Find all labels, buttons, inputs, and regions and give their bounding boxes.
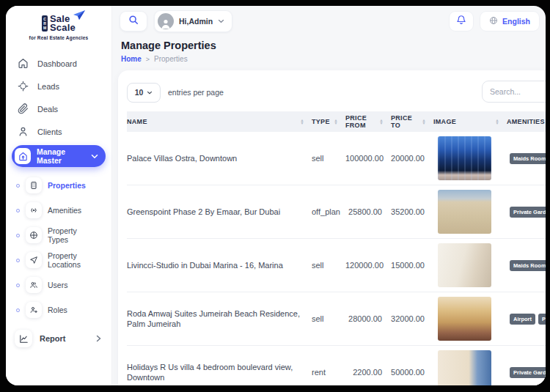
column-header-price-from[interactable]: PRICE FROM▲▼ bbox=[345, 114, 391, 129]
table-search-input[interactable] bbox=[482, 81, 546, 103]
property-type: rent bbox=[312, 368, 345, 377]
main-area: Hi,Admin English Manage Properties Hom bbox=[112, 6, 546, 385]
breadcrumb-current: Properties bbox=[154, 55, 188, 63]
target-icon bbox=[18, 81, 29, 92]
sidebar-item-leads[interactable]: Leads bbox=[6, 75, 111, 97]
sidebar-item-clients[interactable]: Clients bbox=[6, 120, 111, 143]
chevron-down-icon bbox=[218, 19, 224, 23]
amenities-cell: Airport Private Garden bbox=[507, 314, 546, 325]
property-type: sell bbox=[312, 261, 345, 270]
entries-per-page-select[interactable]: 10 bbox=[127, 83, 161, 103]
logo[interactable]: CRM Sale Scale for Real Estate Agencies bbox=[6, 12, 111, 46]
sidebar-item-report[interactable]: Report bbox=[6, 325, 111, 352]
property-name: Roda Amwaj Suites Jumeirah Beach Residen… bbox=[127, 308, 312, 329]
bullet-icon bbox=[16, 284, 20, 287]
building-icon bbox=[26, 177, 42, 193]
sort-icon: ▲▼ bbox=[334, 119, 338, 125]
column-header-price-to[interactable]: PRICE TO▲▼ bbox=[391, 114, 433, 129]
column-header-amenities[interactable]: AMENITIES bbox=[507, 118, 546, 125]
column-header-type[interactable]: TYPE▲▼ bbox=[312, 118, 345, 125]
bullet-icon bbox=[16, 234, 20, 237]
language-label: English bbox=[502, 17, 530, 26]
chevron-right-icon bbox=[96, 335, 101, 342]
property-thumbnail bbox=[438, 350, 491, 385]
page-header: Manage Properties Home > Properties bbox=[112, 32, 546, 63]
price-from: 100000.00 bbox=[345, 154, 391, 163]
price-to: 35200.00 bbox=[391, 207, 433, 216]
paper-plane-icon bbox=[73, 10, 86, 23]
sidebar-subitem-property-locations[interactable]: Property Locations bbox=[16, 248, 111, 273]
bullet-icon bbox=[16, 209, 20, 212]
sort-icon: ▲▼ bbox=[379, 119, 384, 125]
language-selector[interactable]: English bbox=[480, 11, 540, 32]
property-type: sell bbox=[312, 154, 345, 163]
price-to: 20000.00 bbox=[391, 154, 433, 163]
price-from: 28000.00 bbox=[345, 314, 391, 323]
sidebar-subitem-roles[interactable]: Roles bbox=[16, 297, 111, 322]
breadcrumb-home-link[interactable]: Home bbox=[121, 55, 142, 63]
sidebar-item-label: Clients bbox=[37, 127, 62, 136]
globe-icon bbox=[489, 15, 498, 28]
house-lock-icon bbox=[15, 148, 31, 164]
manage-master-submenu: Properties Amenities Property Types bbox=[6, 171, 111, 324]
amenities-cell: Maids Room Gym bbox=[507, 260, 546, 271]
navigation-icon bbox=[26, 252, 42, 268]
property-thumbnail bbox=[438, 243, 491, 287]
amenity-badge: Maids Room bbox=[510, 153, 546, 164]
price-to: 32000.00 bbox=[391, 314, 433, 323]
sidebar-subitem-users[interactable]: Users bbox=[16, 273, 111, 297]
sidebar-subitem-label: Property Types bbox=[48, 226, 98, 244]
sidebar-subitem-label: Roles bbox=[48, 306, 67, 314]
page-title: Manage Properties bbox=[121, 40, 546, 51]
sidebar-subitem-property-types[interactable]: Property Types bbox=[16, 223, 111, 248]
bell-icon bbox=[456, 15, 466, 28]
sidebar-nav: Dashboard Leads Deals Clients Manage Mas… bbox=[6, 46, 111, 352]
amenity-badge: Private Garden bbox=[510, 207, 546, 218]
topbar: Hi,Admin English bbox=[112, 6, 546, 32]
price-to: 15000.00 bbox=[391, 261, 433, 270]
notifications-button[interactable] bbox=[449, 11, 474, 32]
user-menu[interactable]: Hi,Admin bbox=[154, 10, 232, 32]
sidebar-subitem-label: Users bbox=[48, 281, 67, 289]
property-image-cell bbox=[433, 350, 507, 385]
chevron-down-icon bbox=[147, 91, 153, 95]
property-thumbnail bbox=[438, 297, 491, 341]
property-name: Greenspoint Phase 2 By Emaar, Bur Dubai bbox=[127, 207, 312, 217]
sidebar-subitem-amenities[interactable]: Amenities bbox=[16, 198, 111, 223]
property-name: Livincci-Studio in Dubai Marina - 16, Ma… bbox=[127, 260, 312, 270]
property-thumbnail bbox=[438, 190, 491, 234]
sidebar-item-label: Manage Master bbox=[37, 147, 85, 165]
amenity-badge: Private Garden bbox=[510, 367, 546, 378]
property-image-cell bbox=[433, 297, 507, 341]
table-row: Holidays R Us villa 4 bedroom boulevard … bbox=[127, 346, 546, 385]
sidebar-subitem-label: Properties bbox=[48, 181, 86, 190]
sidebar-item-manage-master[interactable]: Manage Master bbox=[12, 145, 106, 167]
sidebar-subitem-label: Property Locations bbox=[48, 251, 98, 269]
sort-icon: ▲▼ bbox=[495, 119, 499, 125]
amenity-badge: Private Garden bbox=[538, 314, 546, 325]
users-icon bbox=[26, 277, 42, 293]
logo-crm-badge: CRM bbox=[42, 15, 48, 32]
amenities-cell: Private Garden bbox=[507, 207, 546, 218]
table-controls: 10 entries per page bbox=[127, 82, 546, 103]
price-to: 50000.00 bbox=[391, 368, 433, 377]
property-name: Holidays R Us villa 4 bedroom boulevard … bbox=[127, 362, 312, 382]
person-icon bbox=[18, 126, 29, 137]
logo-tagline: for Real Estate Agencies bbox=[29, 35, 89, 40]
column-header-name[interactable]: NAME▲▼ bbox=[127, 118, 312, 125]
sidebar-item-dashboard[interactable]: Dashboard bbox=[6, 52, 111, 75]
sidebar-item-label: Dashboard bbox=[37, 59, 77, 68]
properties-table: NAME▲▼ TYPE▲▼ PRICE FROM▲▼ PRICE TO▲▼ IM… bbox=[127, 111, 546, 385]
property-image-cell bbox=[433, 136, 507, 180]
amenity-badge: Maids Room bbox=[510, 260, 546, 271]
column-header-image[interactable]: IMAGE▲▼ bbox=[433, 118, 507, 125]
price-from: 25800.00 bbox=[345, 207, 391, 216]
sidebar-subitem-properties[interactable]: Properties bbox=[16, 173, 111, 198]
table-row: Roda Amwaj Suites Jumeirah Beach Residen… bbox=[127, 292, 546, 346]
breadcrumb-separator: > bbox=[146, 56, 150, 63]
search-button[interactable] bbox=[120, 11, 147, 32]
signal-icon bbox=[26, 202, 42, 218]
bullet-icon bbox=[16, 259, 20, 262]
sidebar-item-deals[interactable]: Deals bbox=[6, 97, 111, 120]
property-type: sell bbox=[312, 314, 345, 323]
